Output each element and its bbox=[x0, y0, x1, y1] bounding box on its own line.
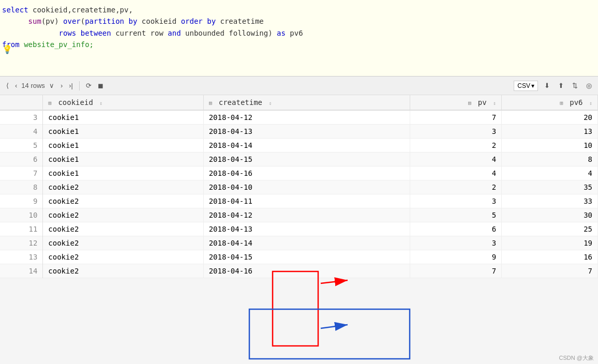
col-icon-cookieid: ⊞ bbox=[48, 100, 52, 107]
cell-pv6: 19 bbox=[502, 236, 598, 250]
cell-createtime: 2018-04-16 bbox=[203, 264, 410, 278]
cell-rownum: 10 bbox=[0, 208, 43, 222]
sort-icon-createtime: ⇕ bbox=[268, 100, 272, 106]
cell-pv: 2 bbox=[410, 180, 501, 194]
cell-rownum: 9 bbox=[0, 194, 43, 208]
red-arrow bbox=[321, 280, 348, 283]
cell-createtime: 2018-04-15 bbox=[203, 153, 410, 166]
col-label-createtime: createtime bbox=[219, 98, 262, 107]
refresh-button[interactable]: ⟳ bbox=[84, 81, 94, 90]
results-table: ⊞ cookieid ⇕ ⊞ createtime ⇕ ⊞ pv ⇕ ⊞ pv6 bbox=[0, 95, 598, 278]
table-row: 11cookie22018-04-13625 bbox=[0, 222, 598, 236]
cell-createtime: 2018-04-13 bbox=[203, 222, 410, 236]
cell-cookieid: cookie2 bbox=[43, 180, 203, 194]
cell-createtime: 2018-04-12 bbox=[203, 110, 410, 125]
col-header-pv6[interactable]: ⊞ pv6 ⇕ bbox=[502, 95, 598, 110]
cell-pv6: 13 bbox=[502, 125, 598, 139]
col-label-pv6: pv6 bbox=[570, 98, 582, 107]
nav-last-button[interactable]: ›| bbox=[67, 81, 75, 90]
upload-button[interactable]: ⬆ bbox=[556, 81, 566, 90]
table-row: 7cookie12018-04-1644 bbox=[0, 166, 598, 180]
transpose-button[interactable]: ⇅ bbox=[570, 81, 580, 90]
csv-export-dropdown[interactable]: CSV ▾ bbox=[514, 81, 538, 91]
view-button[interactable]: ◎ bbox=[584, 81, 594, 90]
code-editor: select cookieid,createtime,pv, sum(pv) o… bbox=[0, 0, 598, 77]
table-row: 4cookie12018-04-13313 bbox=[0, 125, 598, 139]
cell-createtime: 2018-04-10 bbox=[203, 180, 410, 194]
cell-pv: 2 bbox=[410, 139, 501, 153]
cell-pv6: 16 bbox=[502, 250, 598, 264]
cell-cookieid: cookie2 bbox=[43, 264, 203, 278]
cell-rownum: 12 bbox=[0, 236, 43, 250]
nav-dropdown-button[interactable]: ∨ bbox=[47, 81, 56, 90]
cell-cookieid: cookie1 bbox=[43, 166, 203, 180]
col-header-pv[interactable]: ⊞ pv ⇕ bbox=[410, 95, 501, 110]
nav-first-button[interactable]: ⟨ bbox=[4, 81, 11, 90]
toolbar-navigation: ⟨ ‹ 14 rows ∨ › ›| ⟳ ◼ bbox=[4, 81, 512, 90]
cell-pv: 3 bbox=[410, 236, 501, 250]
cell-pv6: 20 bbox=[502, 110, 598, 125]
lightbulb-icon: 💡 bbox=[2, 44, 12, 54]
code-text: cookieid,createtime,pv, bbox=[33, 4, 133, 16]
dropdown-chevron-icon: ▾ bbox=[531, 82, 534, 89]
table-row: 10cookie22018-04-12530 bbox=[0, 208, 598, 222]
cell-createtime: 2018-04-15 bbox=[203, 250, 410, 264]
table-row: 5cookie12018-04-14210 bbox=[0, 139, 598, 153]
results-table-container: ⊞ cookieid ⇕ ⊞ createtime ⇕ ⊞ pv ⇕ ⊞ pv6 bbox=[0, 95, 598, 278]
cell-cookieid: cookie2 bbox=[43, 194, 203, 208]
results-toolbar: ⟨ ‹ 14 rows ∨ › ›| ⟳ ◼ CSV ▾ ⬇ ⬆ ⇅ ◎ bbox=[0, 77, 598, 95]
cell-pv: 9 bbox=[410, 250, 501, 264]
cell-rownum: 4 bbox=[0, 125, 43, 139]
table-row: 9cookie22018-04-11333 bbox=[0, 194, 598, 208]
cell-pv: 6 bbox=[410, 222, 501, 236]
cell-cookieid: cookie1 bbox=[43, 139, 203, 153]
keyword-select: select bbox=[2, 4, 33, 16]
cell-pv6: 8 bbox=[502, 153, 598, 166]
toolbar-actions: CSV ▾ ⬇ ⬆ ⇅ ◎ bbox=[514, 81, 594, 91]
cell-createtime: 2018-04-14 bbox=[203, 139, 410, 153]
download-button[interactable]: ⬇ bbox=[542, 81, 552, 90]
col-header-cookieid[interactable]: ⊞ cookieid ⇕ bbox=[43, 95, 203, 110]
col-icon-pv6: ⊞ bbox=[560, 100, 563, 107]
code-line-4: from website_pv_info; bbox=[2, 39, 596, 50]
code-line-2: sum(pv) over(partition by cookieid order… bbox=[2, 16, 596, 27]
cell-cookieid: cookie2 bbox=[43, 222, 203, 236]
code-function-sum: sum bbox=[28, 16, 41, 27]
blue-arrow bbox=[321, 325, 348, 328]
code-indent bbox=[2, 27, 59, 39]
cell-rownum: 13 bbox=[0, 250, 43, 264]
cell-pv6: 7 bbox=[502, 264, 598, 278]
watermark: CSDN @大象 bbox=[559, 354, 594, 362]
cell-rownum: 7 bbox=[0, 166, 43, 180]
cell-pv6: 10 bbox=[502, 139, 598, 153]
code-indent bbox=[2, 16, 28, 27]
cell-pv6: 33 bbox=[502, 194, 598, 208]
table-row: 13cookie22018-04-15916 bbox=[0, 250, 598, 264]
cell-cookieid: cookie2 bbox=[43, 208, 203, 222]
stop-button[interactable]: ◼ bbox=[96, 81, 106, 90]
cell-rownum: 6 bbox=[0, 153, 43, 166]
nav-prev-button[interactable]: ‹ bbox=[13, 81, 19, 90]
cell-rownum: 11 bbox=[0, 222, 43, 236]
code-line-1: select cookieid,createtime,pv, bbox=[2, 4, 596, 16]
table-name: website_pv_info; bbox=[20, 39, 94, 50]
cell-pv: 4 bbox=[410, 166, 501, 180]
col-label-cookieid: cookieid bbox=[58, 98, 93, 107]
col-header-rownum bbox=[0, 95, 43, 110]
sort-icon-cookieid: ⇕ bbox=[99, 100, 102, 106]
nav-next-button[interactable]: › bbox=[58, 81, 65, 90]
cell-rownum: 8 bbox=[0, 180, 43, 194]
blue-rect-rows1314 bbox=[249, 309, 410, 359]
cell-pv: 3 bbox=[410, 125, 501, 139]
col-icon-createtime: ⊞ bbox=[209, 100, 213, 107]
cell-pv: 3 bbox=[410, 194, 501, 208]
cell-cookieid: cookie1 bbox=[43, 110, 203, 125]
cell-pv: 5 bbox=[410, 208, 501, 222]
sort-icon-pv: ⇕ bbox=[493, 100, 496, 106]
code-line-3: rows between current row and unbounded f… bbox=[2, 27, 596, 39]
cell-rownum: 3 bbox=[0, 110, 43, 125]
table-row: 12cookie22018-04-14319 bbox=[0, 236, 598, 250]
col-header-createtime[interactable]: ⊞ createtime ⇕ bbox=[203, 95, 410, 110]
cell-createtime: 2018-04-12 bbox=[203, 208, 410, 222]
col-label-pv: pv bbox=[478, 98, 487, 107]
